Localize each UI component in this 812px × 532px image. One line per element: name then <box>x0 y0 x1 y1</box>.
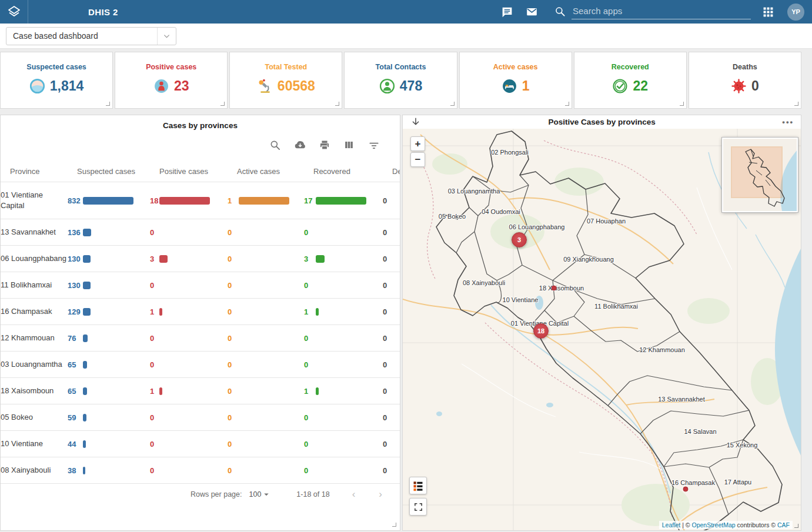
active-cell: 0 <box>228 360 304 369</box>
case-cluster-marker[interactable]: 18 <box>533 323 549 339</box>
resize-handle[interactable] <box>392 523 396 527</box>
positive-bar <box>159 387 162 395</box>
suspected-bar <box>83 308 91 316</box>
rows-per-page-select[interactable]: 100 <box>249 489 272 500</box>
resize-handle[interactable] <box>680 102 684 106</box>
table-filter-icon[interactable] <box>368 139 380 151</box>
dashboard-select[interactable]: Case based dashboard <box>6 27 176 45</box>
search-icon <box>554 6 566 17</box>
suspected-bar <box>83 197 133 205</box>
table-row[interactable]: 13 Savannakhet1360000 <box>1 219 400 245</box>
download-icon[interactable] <box>410 116 422 128</box>
table-row[interactable]: 10 Vientiane440000 <box>1 430 400 457</box>
resize-handle[interactable] <box>335 102 339 106</box>
active-value: 0 <box>228 440 239 449</box>
stat-card-value: 0 <box>751 78 759 94</box>
resize-handle[interactable] <box>450 102 455 106</box>
stat-card-recovered[interactable]: Recovered22 <box>574 52 687 109</box>
stat-card-value: 1,814 <box>50 78 84 94</box>
column-header[interactable]: Recovered <box>313 167 387 176</box>
positive-cell: 0 <box>150 334 228 343</box>
case-cluster-marker[interactable] <box>552 286 557 291</box>
suspected-value: 65 <box>68 387 83 396</box>
user-avatar[interactable]: YP <box>787 4 804 21</box>
stat-card-active-cases[interactable]: Active cases1 <box>459 52 572 109</box>
positive-value: 1 <box>150 307 159 316</box>
stat-card-value: 1 <box>522 78 530 94</box>
recovered-value: 0 <box>304 440 316 449</box>
positive-value: 0 <box>150 413 159 422</box>
table-row[interactable]: 16 Champasak1291010 <box>1 298 400 324</box>
column-header[interactable]: Deaths <box>387 167 400 176</box>
column-header[interactable]: Positive cases <box>159 167 237 176</box>
table-columns-icon[interactable] <box>343 139 355 151</box>
table-row[interactable]: 18 Xaisomboun651010 <box>1 377 400 404</box>
leaflet-link[interactable]: Leaflet <box>662 521 681 528</box>
table-download-icon[interactable] <box>294 139 306 151</box>
stat-card-suspected-cases[interactable]: Suspected cases1,814 <box>0 52 113 109</box>
mail-icon[interactable] <box>524 4 539 19</box>
resize-handle[interactable] <box>565 102 569 106</box>
overview-minimap[interactable] <box>722 138 798 212</box>
stat-card-total-contacts[interactable]: Total Contacts478 <box>344 52 457 109</box>
active-cell: 0 <box>228 466 304 475</box>
search-input[interactable] <box>572 4 751 19</box>
column-header[interactable]: Active cases <box>237 167 313 176</box>
table-print-icon[interactable] <box>319 139 330 151</box>
recovered-cell: 17 <box>304 196 377 205</box>
positive-value: 0 <box>150 281 159 290</box>
table-row[interactable]: 08 Xainyabouli380000 <box>1 457 400 483</box>
legend-button[interactable] <box>409 477 427 494</box>
positive-value: 18 <box>150 196 159 205</box>
suspected-cell: 129 <box>68 307 150 316</box>
column-header[interactable]: Suspected cases <box>77 167 159 176</box>
recovered-value: 0 <box>304 281 316 290</box>
stat-card-deaths[interactable]: Deaths0 <box>689 52 801 109</box>
case-cluster-marker[interactable]: 3 <box>512 232 527 247</box>
more-options-icon[interactable]: ••• <box>782 120 794 125</box>
resize-handle[interactable] <box>794 524 798 528</box>
table-row[interactable]: 05 Bokeo590000 <box>1 404 400 430</box>
stat-card-positive-cases[interactable]: Positive cases23 <box>115 52 228 109</box>
resize-handle[interactable] <box>106 102 110 106</box>
suspected-cell: 59 <box>68 413 150 422</box>
app-search <box>554 4 751 19</box>
resize-handle[interactable] <box>220 102 225 106</box>
table-row[interactable]: 11 Bolikhamxai1300000 <box>1 272 400 298</box>
stat-card-value: 22 <box>633 78 648 94</box>
table-body: 01 Vientiane Capital83218117013 Savannak… <box>1 182 400 483</box>
next-page-button[interactable]: › <box>379 488 382 500</box>
dhis2-logo[interactable] <box>0 0 28 24</box>
prev-page-button[interactable]: ‹ <box>352 488 356 500</box>
table-row[interactable]: 12 Khammouan760000 <box>1 324 400 351</box>
apps-grid-icon[interactable] <box>760 4 776 19</box>
positive-bar <box>159 308 162 316</box>
active-value: 0 <box>228 228 239 237</box>
deaths-value: 0 <box>377 360 400 369</box>
recovered-value: 1 <box>304 387 316 396</box>
case-cluster-marker[interactable] <box>683 487 689 492</box>
positive-cell: 0 <box>150 281 228 290</box>
positive-cell: 0 <box>150 466 228 475</box>
resize-handle[interactable] <box>794 102 798 106</box>
recovered-bar <box>316 197 366 205</box>
stat-card-title: Suspected cases <box>1 63 112 71</box>
zoom-out-button[interactable]: − <box>410 152 425 167</box>
table-row[interactable]: 03 Louangnamtha650000 <box>1 351 400 377</box>
fullscreen-button[interactable] <box>409 498 427 516</box>
zoom-in-button[interactable]: + <box>410 136 425 151</box>
caf-link[interactable]: CAF <box>777 521 790 528</box>
table-row[interactable]: 06 Louangphabang1303030 <box>1 245 400 272</box>
deaths-value: 0 <box>377 228 400 237</box>
suspected-cell: 832 <box>68 196 150 205</box>
osm-link[interactable]: OpenStreetMap <box>692 521 736 528</box>
suspected-bar <box>83 361 87 369</box>
stat-card-total-tested[interactable]: Total Tested60568 <box>229 52 342 109</box>
messages-icon[interactable] <box>499 4 514 19</box>
table-row[interactable]: 01 Vientiane Capital832181170 <box>1 182 400 219</box>
deaths-value: 0 <box>377 334 400 343</box>
table-search-icon[interactable] <box>269 139 281 151</box>
province-name: 18 Xaisomboun <box>1 386 68 396</box>
stat-card-value: 23 <box>174 78 189 94</box>
column-header[interactable]: Province <box>10 167 77 176</box>
